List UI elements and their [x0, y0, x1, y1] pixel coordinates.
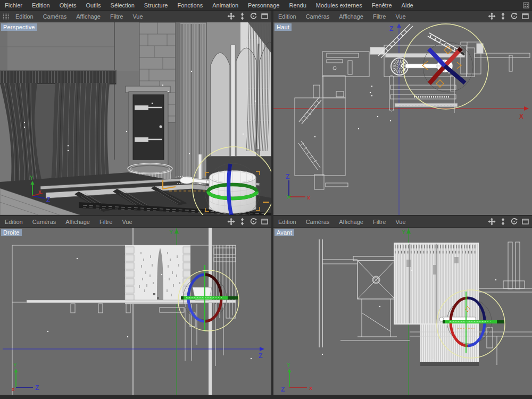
pan-icon[interactable] — [227, 12, 235, 20]
grid-handle-icon[interactable] — [3, 13, 10, 20]
maximize-icon[interactable] — [261, 12, 269, 20]
axis-x-label: x — [38, 189, 41, 195]
haut-toolbar: Edition Caméras Affichage Filtre Vue — [273, 11, 532, 22]
axis-y-label: Y — [30, 175, 34, 181]
menu-modules-externes[interactable]: Modules externes — [311, 2, 367, 9]
svg-text:Z: Z — [281, 386, 285, 393]
haut-menu-filtre[interactable]: Filtre — [368, 13, 390, 20]
haut-scene-canvas[interactable]: Z X — [273, 22, 532, 215]
pan-icon[interactable] — [488, 218, 496, 226]
perspective-menu-cameras[interactable]: Caméras — [38, 13, 72, 20]
center-curtain-pillar — [176, 22, 206, 199]
svg-text:X: X — [519, 113, 523, 120]
viewport-label-droite: Droite — [1, 229, 22, 236]
menu-animation[interactable]: Animation — [207, 2, 243, 9]
droite-menu-filtre[interactable]: Filtre — [95, 219, 117, 225]
menu-fonctions[interactable]: Fonctions — [172, 2, 207, 9]
pan-icon[interactable] — [488, 12, 496, 20]
menu-aide[interactable]: Aide — [397, 2, 418, 9]
menu-objets[interactable]: Objets — [55, 2, 81, 9]
menu-rendu[interactable]: Rendu — [284, 2, 311, 9]
svg-text:Z: Z — [389, 25, 393, 32]
viewport-droite[interactable]: Z Y — [0, 228, 271, 395]
menu-outils[interactable]: Outils — [81, 2, 105, 9]
cinema4d-window: Fichier Edition Objets Outils Sélection … — [0, 0, 532, 399]
droite-menu-vue[interactable]: Vue — [117, 219, 137, 225]
droite-scene-canvas[interactable]: Z Y — [0, 228, 271, 395]
avant-menu-affichage[interactable]: Affichage — [334, 219, 368, 225]
axis-z-label: Z — [46, 196, 50, 204]
curtain-pelmet — [0, 70, 116, 84]
svg-text:x: x — [12, 386, 15, 392]
svg-text:Z: Z — [286, 173, 289, 180]
rotate-icon[interactable] — [510, 218, 518, 226]
svg-text:x: x — [307, 194, 311, 201]
viewport-avant[interactable]: Y — [273, 228, 532, 395]
avant-scene-canvas[interactable]: Y — [273, 228, 532, 395]
droite-menu-cameras[interactable]: Caméras — [28, 219, 61, 225]
haut-menu-vue[interactable]: Vue — [390, 13, 410, 20]
viewport-label-haut: Haut — [275, 23, 292, 31]
menu-personnage[interactable]: Personnage — [243, 2, 284, 9]
perspective-menu-edition[interactable]: Edition — [11, 13, 38, 20]
menu-structure[interactable]: Structure — [139, 2, 173, 9]
perspective-menu-vue[interactable]: Vue — [128, 13, 147, 20]
zoom-icon[interactable] — [499, 218, 507, 226]
droite-menu-affichage[interactable]: Affichage — [61, 219, 95, 225]
menu-edition[interactable]: Edition — [27, 2, 55, 9]
door-hatch — [126, 86, 170, 166]
window-block-side — [125, 245, 190, 304]
perspective-toolbar: Edition Caméras Affichage Filtre Vue — [0, 11, 271, 22]
haut-menu-affichage[interactable]: Affichage — [334, 13, 368, 20]
main-menu-bar: Fichier Edition Objets Outils Sélection … — [0, 0, 532, 11]
droite-toolbar: Edition Caméras Affichage Filtre Vue — [0, 216, 271, 228]
rotate-icon[interactable] — [510, 12, 518, 20]
viewport-haut[interactable]: Z X — [273, 22, 532, 215]
maximize-icon[interactable] — [521, 12, 529, 20]
viewport-workspace: Edition Caméras Affichage Filtre Vue — [0, 11, 532, 395]
svg-text:Y: Y — [287, 362, 290, 368]
viewport-label-perspective: Perspective — [1, 23, 37, 31]
perspective-scene-canvas[interactable]: Y Z x — [0, 22, 271, 215]
rotate-icon[interactable] — [250, 218, 257, 226]
rotate-icon[interactable] — [250, 12, 257, 20]
svg-text:x: x — [309, 385, 313, 391]
svg-text:Z: Z — [259, 352, 262, 360]
bottom-edge-strip — [0, 395, 532, 399]
menu-fenetre[interactable]: Fenêtre — [367, 2, 397, 9]
maximize-icon[interactable] — [521, 218, 529, 226]
svg-text:Z: Z — [35, 384, 39, 392]
svg-text:Y: Y — [402, 229, 406, 235]
pan-icon[interactable] — [227, 218, 235, 226]
haut-menu-cameras[interactable]: Caméras — [301, 13, 335, 20]
droite-menu-edition[interactable]: Edition — [0, 219, 28, 225]
pillar-bar — [209, 228, 212, 395]
zoom-icon[interactable] — [238, 12, 246, 20]
zoom-icon[interactable] — [499, 12, 507, 20]
avant-menu-vue[interactable]: Vue — [390, 219, 410, 225]
menu-fichier[interactable]: Fichier — [0, 2, 27, 9]
perspective-menu-filtre[interactable]: Filtre — [105, 13, 128, 20]
viewport-perspective[interactable]: Y Z x Perspective — [0, 22, 271, 215]
haut-menu-edition[interactable]: Edition — [273, 13, 301, 20]
zoom-icon[interactable] — [238, 218, 246, 226]
viewport-label-avant: Avant — [275, 229, 294, 236]
menu-selection[interactable]: Sélection — [106, 2, 139, 9]
svg-text:Y: Y — [13, 362, 17, 368]
maximize-icon[interactable] — [261, 218, 269, 226]
selected-cake-object[interactable] — [209, 170, 256, 215]
layout-window-icon[interactable] — [523, 2, 529, 9]
avant-menu-edition[interactable]: Edition — [273, 219, 301, 225]
perspective-menu-affichage[interactable]: Affichage — [71, 13, 105, 20]
avant-menu-cameras[interactable]: Caméras — [301, 219, 335, 225]
avant-toolbar: Edition Caméras Affichage Filtre Vue — [273, 216, 532, 228]
avant-menu-filtre[interactable]: Filtre — [368, 219, 390, 225]
svg-text:Y: Y — [169, 229, 173, 235]
